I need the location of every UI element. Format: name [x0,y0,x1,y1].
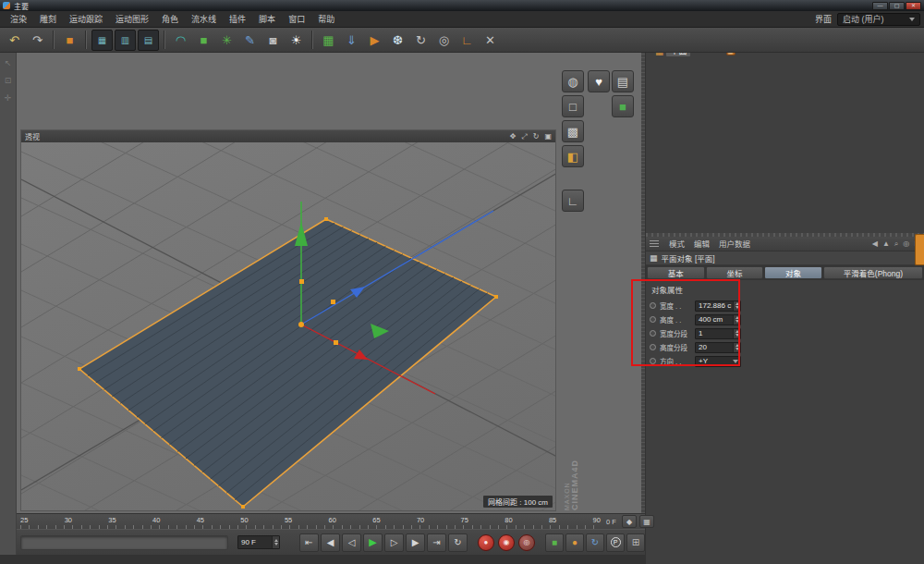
move-icon[interactable]: ✛ [1,91,16,105]
goto-start-button[interactable]: ⇤ [299,533,319,552]
render-picture-viewer-icon[interactable]: ▥ [115,30,136,51]
redo-icon[interactable]: ↷ [27,30,48,51]
height-field[interactable]: 400 cm [695,314,741,325]
am-menu-mode[interactable]: 模式 [664,237,689,251]
model-mode-icon[interactable]: □ [562,95,584,117]
mirror-icon[interactable]: ✕ [480,30,501,51]
magnet-icon[interactable]: ◎ [433,30,455,51]
animation-toggle-icon[interactable] [650,344,656,350]
animation-toggle-icon[interactable] [650,330,656,337]
maximize-button[interactable]: ▢ [889,2,905,10]
keyframe-selection-button[interactable]: ◎ [518,534,535,551]
camera-icon[interactable]: ◙ [262,30,284,51]
favorites-icon[interactable]: ♥ [588,70,610,92]
cube-primitive-icon[interactable]: ■ [193,30,214,51]
record-scale-button[interactable]: ● [565,533,584,552]
record-pla-button[interactable]: ⊞ [626,533,645,552]
prev-frame-button[interactable]: ◁ [342,533,361,552]
timeline-scrubber[interactable] [20,535,228,550]
snowflake-icon[interactable]: ❆ [387,30,408,51]
width-segments-field[interactable]: 1 [695,328,741,339]
record-keyframe-button[interactable]: ● [478,534,494,551]
lock-icon[interactable]: ◎ [903,239,909,249]
axis-mode-icon[interactable]: ∟ [562,190,584,212]
tab-basic[interactable]: 基本 [647,266,705,279]
menu-item-sculpt[interactable]: 雕刻 [33,11,63,28]
cursor-icon[interactable]: ↖ [1,55,16,70]
gravity-icon[interactable]: ⇓ [341,30,362,51]
loop-button[interactable]: ↻ [448,533,468,552]
spinner-icon[interactable] [733,315,740,325]
menu-item-motion-tracker[interactable]: 运动跟踪 [63,11,109,28]
up-icon[interactable]: ▲ [882,239,890,249]
subdivision-surface-icon[interactable]: ◠ [170,30,191,51]
animation-toggle-icon[interactable] [650,358,656,364]
end-frame-field[interactable]: 90 F [237,535,280,549]
width-field[interactable]: 172.886 c [695,300,741,312]
snapshot-icon[interactable]: ▤ [612,70,634,92]
grid-snap-icon[interactable]: ▦ [639,515,654,528]
undo-icon[interactable]: ↶ [4,30,25,51]
emitter-icon[interactable]: ▶ [364,30,385,51]
am-menu-userdata[interactable]: 用户数据 [714,237,755,251]
next-key-button[interactable]: ▶ [406,533,425,552]
rotate-icon[interactable]: ↻ [410,30,432,51]
pan-view-icon[interactable]: ✥ [510,132,517,141]
spinner-icon[interactable] [733,301,740,311]
frame-icon[interactable]: ⊡ [1,73,16,88]
minimize-button[interactable]: — [872,2,888,10]
mograph-icon[interactable]: ✳ [216,30,237,51]
menu-item-window[interactable]: 窗口 [282,11,311,28]
record-parameter-button[interactable]: P [606,533,625,552]
autokey-button[interactable]: ◉ [498,534,515,551]
timeline-ruler[interactable]: 25 30 35 40 45 50 55 60 65 70 75 80 85 9… [17,513,645,529]
render-settings-icon[interactable]: ▤ [138,30,159,51]
spinner-icon[interactable] [733,329,740,338]
light-icon[interactable]: ☀ [286,30,307,51]
floor-icon[interactable]: ▦ [318,30,339,51]
axis-icon[interactable]: ∟ [456,30,478,51]
texture-mode-icon[interactable]: ▩ [562,120,584,142]
convert-editable-icon[interactable]: ■ [59,30,80,51]
tick-label: 70 [417,516,424,524]
tab-coordinates[interactable]: 坐标 [706,266,764,279]
viewport-canvas[interactable]: 网格间距 : 100 cm [21,142,555,510]
rotate-view-icon[interactable]: ↻ [533,132,540,141]
height-segments-field[interactable]: 20 [695,342,741,353]
layout-select[interactable]: 启动 (用户) [837,13,920,26]
orientation-dropdown[interactable]: +Y [695,356,741,367]
render-view-icon[interactable]: ▦ [91,30,113,51]
play-button[interactable]: ▶ [363,533,383,552]
menu-item-script[interactable]: 脚本 [252,11,282,28]
back-icon[interactable]: ◀ [872,239,878,249]
record-position-button[interactable]: ■ [545,533,564,552]
close-button[interactable]: ✕ [906,2,921,10]
record-rotation-button[interactable]: ↻ [586,533,604,552]
goto-end-button[interactable]: ⇥ [427,533,446,552]
menu-item-character[interactable]: 角色 [155,11,185,28]
tab-phong[interactable]: 平滑着色(Phong) [823,266,923,279]
menu-item-help[interactable]: 帮助 [311,11,341,28]
zoom-view-icon[interactable]: ⤢ [521,132,527,141]
spinner-icon[interactable] [272,536,279,548]
menu-item-pipeline[interactable]: 流水线 [185,11,223,28]
animation-toggle-icon[interactable] [650,316,656,323]
spinner-icon[interactable] [733,343,740,352]
tab-object[interactable]: 对象 [764,266,822,279]
am-menu-edit[interactable]: 编辑 [689,237,714,251]
interface-palette-tab[interactable] [915,234,924,265]
search-icon[interactable]: ⌕ [894,239,898,249]
menu-item-render[interactable]: 渲染 [4,11,33,28]
animation-toggle-icon[interactable] [650,302,656,309]
toggle-view-icon[interactable]: ▣ [544,132,552,141]
object-cube-icon[interactable]: ■ [612,95,634,117]
content-browser-icon[interactable]: ◍ [562,70,584,92]
pen-icon[interactable]: ✎ [239,30,261,51]
menu-item-plugins[interactable]: 插件 [223,11,252,28]
next-frame-button[interactable]: ▷ [384,533,404,552]
prev-key-button[interactable]: ◀ [321,533,340,552]
viewport-3d-scene[interactable] [21,142,555,510]
menu-item-mograph[interactable]: 运动图形 [109,11,155,28]
keyframe-mode-icon[interactable]: ◆ [622,515,637,528]
workplane-mode-icon[interactable]: ◧ [562,145,584,167]
